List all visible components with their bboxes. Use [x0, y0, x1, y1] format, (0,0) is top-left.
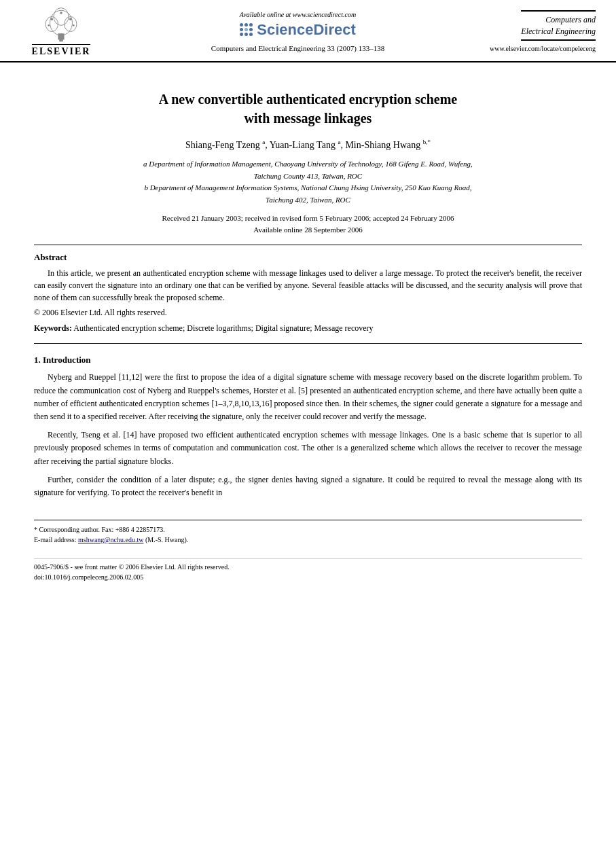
header: ELSEVIER Available online at www.science… [0, 0, 616, 62]
svg-point-8 [60, 12, 62, 14]
journal-title-right: Computers and Electrical Engineering [521, 10, 596, 41]
footnote-corresponding: * Corresponding author. Fax: +886 4 2285… [34, 524, 582, 535]
issn-line: 0045-7906/$ - see front matter © 2006 El… [34, 562, 582, 572]
elsevier-tree-icon [37, 5, 85, 43]
affiliation-b2: Taichung 402, Taiwan, ROC [266, 196, 350, 204]
sciencedirect-text: ScienceDirect [257, 21, 356, 39]
page: ELSEVIER Available online at www.science… [0, 0, 616, 841]
footnote-email: E-mail address: mshwang@nchu.edu.tw (M.-… [34, 535, 582, 545]
page-bottom: 0045-7906/$ - see front matter © 2006 El… [34, 558, 582, 582]
dates: Received 21 January 2003; received in re… [34, 213, 582, 235]
sd-dots-icon [240, 23, 253, 36]
abstract-heading: Abstract [34, 252, 582, 263]
abstract-section: Abstract In this article, we present an … [34, 252, 582, 334]
footnote-email-suffix: (M.-S. Hwang). [145, 536, 188, 543]
keywords: Keywords: Authenticated encryption schem… [34, 323, 582, 334]
svg-point-7 [69, 18, 72, 20]
website-url: www.elsevier.com/locate/compeleceng [490, 45, 596, 52]
abstract-text: In this article, we present an authentic… [34, 267, 582, 304]
keywords-text: Authenticated encryption scheme; Discret… [73, 323, 373, 333]
svg-point-12 [60, 34, 63, 37]
section-1-paragraph-2: Recently, Tseng et al. [14] have propose… [34, 429, 582, 468]
keywords-label: Keywords: [34, 323, 72, 333]
svg-rect-11 [59, 37, 63, 41]
received-date: Received 21 January 2003; received in re… [162, 214, 454, 222]
divider-1 [34, 245, 582, 245]
elsevier-logo-area: ELSEVIER [20, 5, 102, 57]
footnote-email-address[interactable]: mshwang@nchu.edu.tw [78, 536, 143, 543]
section-introduction: 1. Introduction Nyberg and Rueppel [11,1… [34, 355, 582, 499]
affiliations: a Department of Information Management, … [34, 158, 582, 206]
section-1-paragraph-3: Further, consider the condition of a lat… [34, 473, 582, 499]
section-1-paragraph-1: Nyberg and Rueppel [11,12] were the firs… [34, 371, 582, 423]
affiliation-b: b Department of Management Information S… [144, 183, 471, 192]
svg-point-6 [50, 18, 53, 20]
journal-info: Computers and Electrical Engineering 33 … [211, 44, 384, 52]
authors: Shiang-Feng Tzeng a, Yuan-Liang Tang a, … [34, 137, 582, 153]
footnote-area: * Corresponding author. Fax: +886 4 2285… [34, 520, 582, 545]
doi-line: doi:10.1016/j.compeleceng.2006.02.005 [34, 572, 582, 582]
affiliation-a: a Department of Information Management, … [143, 160, 473, 168]
affiliation-a2: Taichung County 413, Taiwan, ROC [254, 172, 362, 180]
available-online-text: Available online at www.sciencedirect.co… [240, 11, 356, 18]
svg-point-10 [73, 24, 75, 26]
elsevier-wordmark: ELSEVIER [32, 44, 91, 57]
article-title: A new convertible authenticated encrypti… [34, 90, 582, 128]
sciencedirect-logo: ScienceDirect [240, 21, 356, 39]
svg-point-9 [48, 24, 50, 26]
header-center: Available online at www.sciencedirect.co… [102, 11, 494, 52]
divider-2 [34, 343, 582, 344]
header-right: Computers and Electrical Engineering www… [494, 10, 596, 53]
main-content: A new convertible authenticated encrypti… [0, 62, 616, 596]
section-1-heading: 1. Introduction [34, 355, 582, 365]
available-date: Available online 28 September 2006 [253, 226, 362, 234]
footnote-email-label: E-mail address: [34, 536, 76, 543]
copyright: © 2006 Elsevier Ltd. All rights reserved… [34, 308, 582, 318]
